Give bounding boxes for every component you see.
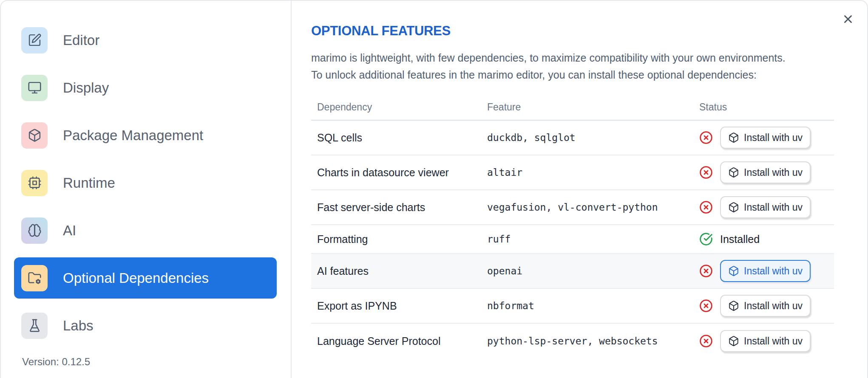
table-header-row: Dependency Feature Status [311, 94, 834, 121]
table-body: SQL cells duckdb, sqlglot Install with u… [311, 121, 834, 358]
circle-x-icon [699, 200, 713, 214]
dependency-cell: Charts in datasource viewer [317, 166, 487, 179]
install-button-label: Install with uv [744, 300, 803, 312]
dependencies-table: Dependency Feature Status SQL cells duck… [311, 94, 834, 358]
install-with-uv-button[interactable]: Install with uv [720, 260, 811, 282]
sidebar-item-package-management[interactable]: Package Management [14, 115, 277, 156]
close-button[interactable] [842, 13, 854, 25]
folder-cog-icon [21, 265, 48, 291]
dependency-cell: SQL cells [317, 132, 487, 144]
sidebar-item-optional-dependencies[interactable]: Optional Dependencies [14, 257, 277, 299]
table-row: AI features openai Install with uv [311, 254, 834, 289]
table-row: Language Server Protocol python-lsp-serv… [311, 324, 834, 358]
cpu-icon [21, 170, 48, 196]
version-label: Version: 0.12.5 [22, 356, 90, 368]
install-with-uv-button[interactable]: Install with uv [720, 295, 811, 317]
settings-dialog: Editor Display Package Management Runtim… [0, 0, 868, 378]
sidebar-nav-list: Editor Display Package Management Runtim… [14, 20, 291, 346]
install-with-uv-button[interactable]: Install with uv [720, 196, 811, 218]
column-header-status: Status [699, 102, 834, 113]
install-button-label: Install with uv [744, 167, 803, 178]
column-header-feature: Feature [487, 102, 699, 113]
install-button-label: Install with uv [744, 132, 803, 144]
panel-description: marimo is lightweight, with few dependen… [311, 49, 867, 83]
circle-x-icon [699, 334, 713, 348]
flask-icon [21, 313, 48, 339]
column-header-dependency: Dependency [317, 102, 487, 113]
description-line-1: marimo is lightweight, with few dependen… [311, 52, 786, 64]
square-pen-icon [21, 27, 48, 54]
sidebar-item-label: Display [63, 80, 109, 96]
sidebar-item-label: Labs [63, 318, 94, 334]
circle-x-icon [699, 299, 713, 313]
dependency-cell: Export as IPYNB [317, 300, 487, 312]
install-button-label: Install with uv [744, 336, 803, 347]
install-with-uv-button[interactable]: Install with uv [720, 127, 811, 149]
feature-cell: python-lsp-server, websockets [487, 336, 699, 347]
circle-check-icon [699, 232, 713, 246]
sidebar-item-label: Runtime [63, 175, 115, 191]
table-row: Fast server-side charts vegafusion, vl-c… [311, 190, 834, 225]
feature-cell: altair [487, 167, 699, 178]
table-row: Export as IPYNB nbformat Install with uv [311, 289, 834, 324]
brain-icon [21, 217, 48, 244]
package-icon [728, 202, 739, 213]
feature-cell: duckdb, sqlglot [487, 132, 699, 143]
circle-x-icon [699, 131, 713, 144]
package-icon [728, 167, 739, 178]
install-with-uv-button[interactable]: Install with uv [720, 161, 811, 183]
sidebar-item-ai[interactable]: AI [14, 210, 277, 251]
sidebar-item-label: Optional Dependencies [63, 270, 209, 286]
install-button-label: Install with uv [744, 265, 803, 277]
sidebar-item-editor[interactable]: Editor [14, 20, 277, 61]
circle-x-icon [699, 264, 713, 278]
sidebar-item-label: Editor [63, 32, 99, 48]
package-icon [728, 132, 739, 143]
package-icon [728, 265, 739, 276]
install-with-uv-button[interactable]: Install with uv [720, 330, 811, 352]
sidebar-item-label: AI [63, 223, 76, 239]
dependency-cell: Fast server-side charts [317, 201, 487, 214]
sidebar-item-label: Package Management [63, 127, 203, 144]
sidebar-item-runtime[interactable]: Runtime [14, 162, 277, 203]
dependency-cell: Formatting [317, 233, 487, 245]
circle-x-icon [699, 166, 713, 179]
sidebar-item-display[interactable]: Display [14, 67, 277, 108]
feature-cell: ruff [487, 234, 699, 245]
table-row: Charts in datasource viewer altair Insta… [311, 155, 834, 190]
install-button-label: Install with uv [744, 202, 803, 213]
feature-cell: nbformat [487, 300, 699, 311]
x-icon [842, 20, 854, 27]
package-icon [728, 300, 739, 311]
installed-status-label: Installed [720, 233, 760, 245]
feature-cell: vegafusion, vl-convert-python [487, 202, 699, 213]
table-row: Formatting ruff Installed [311, 225, 834, 254]
dependency-cell: Language Server Protocol [317, 335, 487, 347]
description-line-2: To unlock additional features in the mar… [311, 69, 757, 81]
package-icon [728, 336, 739, 347]
settings-sidebar: Editor Display Package Management Runtim… [1, 1, 292, 378]
package-icon [21, 122, 48, 149]
dependency-cell: AI features [317, 265, 487, 277]
optional-features-panel: OPTIONAL FEATURES marimo is lightweight,… [292, 1, 867, 378]
table-row: SQL cells duckdb, sqlglot Install with u… [311, 121, 834, 155]
monitor-icon [21, 75, 48, 101]
page-title: OPTIONAL FEATURES [311, 23, 867, 39]
feature-cell: openai [487, 265, 699, 276]
sidebar-item-labs[interactable]: Labs [14, 305, 277, 346]
